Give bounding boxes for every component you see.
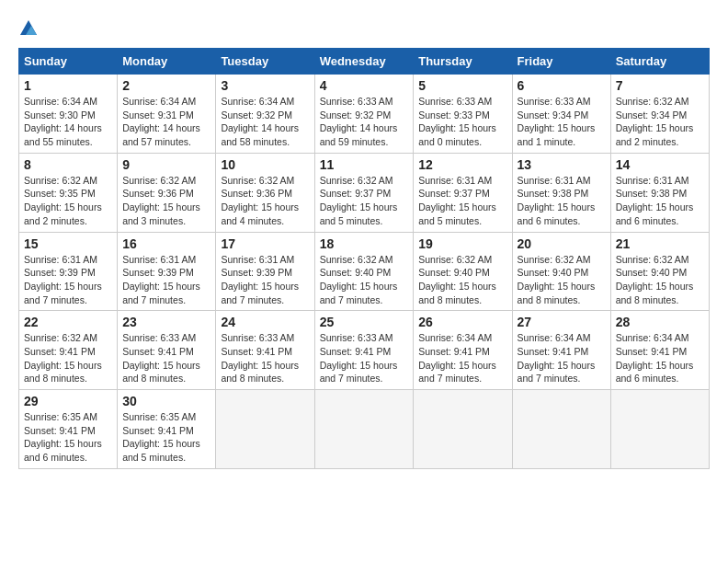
cell-daylight: Daylight: 15 hours and 6 minutes. [24, 438, 102, 463]
cell-sunset: Sunset: 9:37 PM [418, 188, 490, 199]
calendar-cell: 15 Sunrise: 6:31 AM Sunset: 9:39 PM Dayl… [19, 232, 118, 311]
cell-sunset: Sunset: 9:36 PM [122, 188, 194, 199]
cell-daylight: Daylight: 15 hours and 8 minutes. [24, 360, 102, 385]
header [18, 18, 710, 39]
cell-sunrise: Sunrise: 6:35 AM [24, 411, 97, 422]
day-number: 28 [616, 315, 704, 329]
cell-sunrise: Sunrise: 6:35 AM [122, 411, 196, 422]
cell-daylight: Daylight: 15 hours and 8 minutes. [221, 360, 299, 385]
cell-sunrise: Sunrise: 6:32 AM [518, 254, 591, 265]
day-number: 10 [221, 157, 309, 172]
day-number: 7 [616, 78, 704, 93]
cell-daylight: Daylight: 14 hours and 57 minutes. [122, 122, 200, 147]
cell-daylight: Daylight: 15 hours and 5 minutes. [320, 201, 398, 226]
calendar-week-3: 15 Sunrise: 6:31 AM Sunset: 9:39 PM Dayl… [19, 232, 710, 311]
day-number: 11 [320, 157, 409, 172]
day-number: 2 [122, 78, 210, 93]
cell-daylight: Daylight: 15 hours and 7 minutes. [518, 360, 596, 385]
day-number: 25 [320, 315, 409, 329]
calendar-cell: 5 Sunrise: 6:33 AM Sunset: 9:33 PM Dayli… [414, 75, 512, 154]
cell-sunrise: Sunrise: 6:33 AM [518, 96, 591, 107]
calendar-cell: 16 Sunrise: 6:31 AM Sunset: 9:39 PM Dayl… [118, 232, 216, 311]
calendar-week-5: 29 Sunrise: 6:35 AM Sunset: 9:41 PM Dayl… [19, 390, 710, 469]
day-number: 18 [320, 236, 409, 251]
cell-sunrise: Sunrise: 6:34 AM [122, 96, 196, 107]
cell-sunset: Sunset: 9:34 PM [518, 109, 589, 121]
day-number: 21 [616, 236, 704, 251]
cell-sunset: Sunset: 9:32 PM [320, 109, 392, 121]
calendar-cell: 2 Sunrise: 6:34 AM Sunset: 9:31 PM Dayli… [118, 75, 216, 154]
day-number: 19 [418, 236, 506, 251]
day-number: 23 [122, 315, 210, 329]
cell-daylight: Daylight: 15 hours and 6 minutes. [616, 360, 694, 385]
calendar-cell: 24 Sunrise: 6:33 AM Sunset: 9:41 PM Dayl… [216, 311, 314, 390]
cell-sunset: Sunset: 9:41 PM [24, 346, 96, 357]
cell-daylight: Daylight: 15 hours and 7 minutes. [320, 281, 398, 305]
cell-sunset: Sunset: 9:37 PM [320, 188, 392, 199]
calendar-cell: 28 Sunrise: 6:34 AM Sunset: 9:41 PM Dayl… [610, 311, 709, 390]
calendar-cell: 4 Sunrise: 6:33 AM Sunset: 9:32 PM Dayli… [314, 75, 414, 154]
day-number: 1 [24, 78, 112, 93]
calendar-cell: 23 Sunrise: 6:33 AM Sunset: 9:41 PM Dayl… [118, 311, 216, 390]
calendar-cell: 21 Sunrise: 6:32 AM Sunset: 9:40 PM Dayl… [610, 232, 709, 311]
cell-daylight: Daylight: 15 hours and 2 minutes. [24, 201, 102, 226]
calendar-cell: 14 Sunrise: 6:31 AM Sunset: 9:38 PM Dayl… [610, 153, 709, 232]
cell-sunrise: Sunrise: 6:33 AM [320, 332, 393, 343]
cell-sunrise: Sunrise: 6:34 AM [418, 332, 492, 343]
day-number: 12 [418, 157, 506, 172]
cell-sunset: Sunset: 9:41 PM [418, 346, 490, 357]
calendar-cell: 11 Sunrise: 6:32 AM Sunset: 9:37 PM Dayl… [314, 153, 414, 232]
logo-icon [18, 18, 39, 39]
cell-daylight: Daylight: 15 hours and 8 minutes. [122, 360, 200, 385]
calendar-week-4: 22 Sunrise: 6:32 AM Sunset: 9:41 PM Dayl… [19, 311, 710, 390]
cell-daylight: Daylight: 15 hours and 7 minutes. [418, 360, 496, 385]
cell-sunrise: Sunrise: 6:34 AM [221, 96, 294, 107]
calendar-cell [610, 390, 709, 469]
cell-sunset: Sunset: 9:33 PM [418, 109, 490, 121]
cell-sunrise: Sunrise: 6:34 AM [24, 96, 97, 107]
cell-sunrise: Sunrise: 6:32 AM [122, 175, 196, 186]
cell-sunrise: Sunrise: 6:32 AM [320, 254, 393, 265]
day-number: 13 [518, 157, 606, 172]
calendar-cell: 27 Sunrise: 6:34 AM Sunset: 9:41 PM Dayl… [512, 311, 610, 390]
cell-daylight: Daylight: 15 hours and 8 minutes. [518, 281, 596, 305]
day-number: 22 [24, 315, 112, 329]
cell-sunset: Sunset: 9:41 PM [24, 425, 96, 436]
calendar-cell: 9 Sunrise: 6:32 AM Sunset: 9:36 PM Dayli… [118, 153, 216, 232]
calendar-cell: 22 Sunrise: 6:32 AM Sunset: 9:41 PM Dayl… [19, 311, 118, 390]
cell-daylight: Daylight: 15 hours and 6 minutes. [518, 201, 596, 226]
cell-sunset: Sunset: 9:40 PM [320, 267, 392, 278]
day-number: 14 [616, 157, 704, 172]
cell-daylight: Daylight: 15 hours and 2 minutes. [616, 122, 694, 147]
day-number: 20 [518, 236, 606, 251]
cell-sunset: Sunset: 9:30 PM [24, 109, 96, 121]
calendar-cell [414, 390, 512, 469]
day-number: 16 [122, 236, 210, 251]
calendar-cell: 12 Sunrise: 6:31 AM Sunset: 9:37 PM Dayl… [414, 153, 512, 232]
cell-sunset: Sunset: 9:41 PM [320, 346, 392, 357]
cell-daylight: Daylight: 15 hours and 4 minutes. [221, 201, 299, 226]
day-header-wednesday: Wednesday [314, 49, 414, 75]
calendar-cell: 25 Sunrise: 6:33 AM Sunset: 9:41 PM Dayl… [314, 311, 414, 390]
cell-sunset: Sunset: 9:41 PM [221, 346, 292, 357]
cell-sunset: Sunset: 9:36 PM [221, 188, 292, 199]
cell-sunrise: Sunrise: 6:32 AM [418, 254, 492, 265]
cell-sunset: Sunset: 9:32 PM [221, 109, 292, 121]
calendar-cell: 20 Sunrise: 6:32 AM Sunset: 9:40 PM Dayl… [512, 232, 610, 311]
calendar-cell: 13 Sunrise: 6:31 AM Sunset: 9:38 PM Dayl… [512, 153, 610, 232]
calendar-cell [314, 390, 414, 469]
cell-daylight: Daylight: 14 hours and 59 minutes. [320, 122, 398, 147]
day-header-tuesday: Tuesday [216, 49, 314, 75]
calendar-cell: 17 Sunrise: 6:31 AM Sunset: 9:39 PM Dayl… [216, 232, 314, 311]
cell-sunset: Sunset: 9:38 PM [616, 188, 688, 199]
calendar-cell: 30 Sunrise: 6:35 AM Sunset: 9:41 PM Dayl… [118, 390, 216, 469]
day-number: 3 [221, 78, 309, 93]
cell-sunset: Sunset: 9:41 PM [616, 346, 688, 357]
cell-daylight: Daylight: 15 hours and 5 minutes. [122, 438, 200, 463]
cell-sunrise: Sunrise: 6:32 AM [320, 175, 393, 186]
cell-sunset: Sunset: 9:39 PM [24, 267, 96, 278]
calendar-cell: 26 Sunrise: 6:34 AM Sunset: 9:41 PM Dayl… [414, 311, 512, 390]
cell-sunrise: Sunrise: 6:32 AM [616, 254, 689, 265]
cell-daylight: Daylight: 15 hours and 7 minutes. [24, 281, 102, 305]
calendar-cell: 3 Sunrise: 6:34 AM Sunset: 9:32 PM Dayli… [216, 75, 314, 154]
